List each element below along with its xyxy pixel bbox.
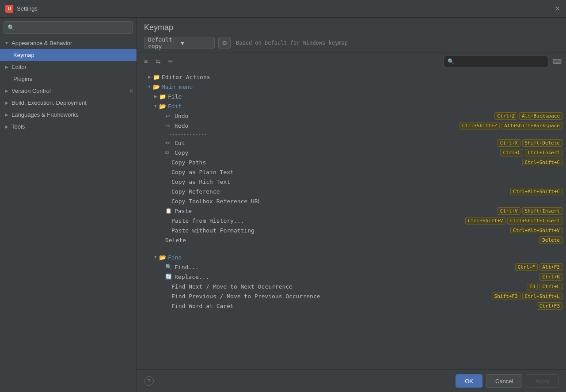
sidebar-item-version-control[interactable]: Version Control ⎘ [0, 85, 137, 97]
paste-no-format-shortcut-1: Ctrl+Alt+Shift+V [510, 227, 562, 234]
gear-button[interactable]: ⚙ [218, 37, 231, 49]
copy-label: Copy [175, 149, 500, 156]
tree-row-cut[interactable]: ✂ Cut Ctrl+X Shift+Delete [137, 138, 566, 148]
delete-label: Delete [165, 237, 539, 244]
replace-shortcut-1: Ctrl+R [539, 273, 562, 281]
tree-row-find[interactable]: 🔍 Find... Ctrl+F Alt+F3 [137, 262, 566, 272]
sidebar-item-tools-label: Tools [11, 123, 25, 130]
tools-arrow [4, 124, 10, 130]
tree-row-undo[interactable]: ↩ Undo Ctrl+Z Alt+Backspace [137, 111, 566, 121]
tree-row-paste-no-format[interactable]: Paste without Formatting Ctrl+Alt+Shift+… [137, 225, 566, 235]
tree-row-redo[interactable]: ↪ Redo Ctrl+Shift+Z Alt+Shift+Backspace [137, 121, 566, 130]
folder-icon: 📁 [153, 73, 160, 80]
tree-row-find-word[interactable]: Find Word at Caret Ctrl+F3 [137, 301, 566, 311]
find-folder-arrow [153, 255, 158, 260]
find-word-shortcut-1: Ctrl+F3 [537, 302, 562, 310]
tree-row-replace[interactable]: 🔄 Replace... Ctrl+R [137, 272, 566, 282]
paste-icon: 📋 [165, 208, 172, 214]
edit-arrow [153, 103, 158, 109]
sidebar-item-languages-label: Languages & Frameworks [11, 111, 79, 118]
close-button[interactable]: ✕ [554, 5, 561, 12]
tree-row-file[interactable]: 📁 File [137, 91, 566, 101]
paste-shortcut-2: Shift+Insert [522, 207, 562, 215]
languages-arrow [4, 112, 10, 118]
ok-button[interactable]: OK [456, 374, 482, 388]
find-word-shortcuts: Ctrl+F3 [537, 302, 562, 310]
sidebar-item-keymap[interactable]: Keymap [0, 49, 137, 61]
tree-row-copy-rich[interactable]: Copy as Rich Text [137, 177, 566, 186]
tree-row-copy-paths[interactable]: Copy Paths Ctrl+Shift+C [137, 157, 566, 167]
collapse-all-button[interactable]: ⇆ [153, 56, 163, 67]
tree-row-find-prev[interactable]: Find Previous / Move to Previous Occurre… [137, 291, 566, 301]
tree-row-delete[interactable]: Delete Delete [137, 235, 566, 245]
copy-rich-label: Copy as Rich Text [171, 179, 562, 185]
sidebar-item-build[interactable]: Build, Execution, Deployment [0, 97, 137, 109]
tree-row-find-next[interactable]: Find Next / Move to Next Occurrence F3 C… [137, 282, 566, 291]
sidebar-item-version-control-label: Version Control [11, 88, 51, 94]
cancel-button[interactable]: Cancel [486, 374, 522, 388]
build-arrow [4, 100, 10, 106]
sidebar-item-editor[interactable]: Editor [0, 61, 137, 73]
keymap-dropdown[interactable]: Default copy ▼ [144, 37, 215, 49]
find-shortcut-button[interactable]: ⌨ [552, 56, 562, 67]
copy-shortcut-1: Ctrl+C [500, 149, 523, 156]
tree-row-paste-history[interactable]: Paste from History... Ctrl+Shift+V Ctrl+… [137, 216, 566, 225]
tree-row-paste[interactable]: 📋 Paste Ctrl+V Shift+Insert [137, 206, 566, 216]
tree-row-edit[interactable]: 📂 Edit [137, 101, 566, 111]
tree-row-main-menu[interactable]: 📂 Main menu [137, 82, 566, 91]
copy-paths-shortcut-1: Ctrl+Shift+C [522, 159, 562, 166]
sidebar-item-appearance[interactable]: Appearance & Behavior [0, 37, 137, 49]
sidebar-search[interactable]: 🔍 [4, 21, 133, 34]
cut-icon: ✂ [165, 140, 172, 146]
paste-history-shortcut-1: Ctrl+Shift+V [465, 217, 505, 225]
window-title: Settings [17, 5, 554, 12]
paste-history-shortcuts: Ctrl+Shift+V Ctrl+Shift+Insert [465, 217, 562, 225]
copy-paths-shortcuts: Ctrl+Shift+C [522, 159, 562, 166]
tree-row-copy-reference[interactable]: Copy Reference Ctrl+Alt+Shift+C [137, 186, 566, 196]
copy-plain-label: Copy as Plain Text [171, 169, 562, 175]
paste-history-label: Paste from History... [171, 217, 465, 224]
tree-row-copy-plain[interactable]: Copy as Plain Text [137, 167, 566, 177]
copy-reference-shortcut-1: Ctrl+Alt+Shift+C [510, 188, 562, 195]
main-content: Keymap Default copy ▼ ⚙ Based on Default… [137, 18, 566, 392]
tree-row-copy-toolbox[interactable]: Copy Toolbox Reference URL [137, 196, 566, 206]
replace-icon: 🔄 [165, 274, 172, 280]
tree-search-input[interactable] [456, 58, 544, 65]
paste-label: Paste [175, 208, 498, 214]
redo-shortcut-2: Alt+Shift+Backspace [501, 122, 562, 129]
find-shortcut-1: Ctrl+F [515, 263, 538, 271]
apply-button[interactable]: Apply [526, 374, 559, 388]
sidebar-item-plugins[interactable]: Plugins [0, 73, 137, 85]
undo-shortcuts: Ctrl+Z Alt+Backspace [494, 112, 562, 120]
tree-row-copy[interactable]: ⧉ Copy Ctrl+C Ctrl+Insert [137, 148, 566, 157]
find-prev-shortcuts: Shift+F3 Ctrl+Shift+L [492, 293, 562, 300]
delete-shortcuts: Delete [539, 236, 562, 244]
find-label: Find... [175, 264, 515, 270]
sidebar-item-keymap-label: Keymap [13, 52, 34, 58]
copy-shortcuts: Ctrl+C Ctrl+Insert [500, 149, 562, 156]
main-menu-folder-icon: 📂 [153, 83, 160, 90]
replace-shortcuts: Ctrl+R [539, 273, 562, 281]
paste-no-format-shortcuts: Ctrl+Alt+Shift+V [510, 227, 562, 234]
replace-label: Replace... [175, 274, 539, 280]
file-label: File [168, 93, 562, 100]
sidebar-search-input[interactable] [17, 24, 129, 31]
help-button[interactable]: ? [144, 376, 154, 386]
find-next-label: Find Next / Move to Next Occurrence [171, 283, 527, 290]
edit-shortcut-button[interactable]: ✏ [165, 56, 176, 67]
title-bar: U Settings ✕ [0, 0, 566, 18]
tree-row-editor-actions[interactable]: 📁 Editor Actions [137, 72, 566, 82]
expand-all-button[interactable]: ≡ [141, 56, 151, 67]
sidebar-item-appearance-label: Appearance & Behavior [11, 40, 72, 46]
sidebar-items-list: Appearance & Behavior Keymap Editor Plug… [0, 37, 137, 392]
sidebar-item-tools[interactable]: Tools [0, 121, 137, 133]
cut-shortcut-2: Shift+Delete [522, 139, 562, 147]
keymap-info-text: Based on Default for Windows keymap [236, 40, 348, 46]
sidebar-item-languages[interactable]: Languages & Frameworks [0, 109, 137, 121]
tree-search-box[interactable]: 🔍 [444, 56, 548, 67]
paste-shortcut-1: Ctrl+V [498, 207, 520, 215]
editor-arrow [4, 64, 10, 70]
tree-row-find-folder[interactable]: 📂 Find [137, 252, 566, 262]
content-area: 🔍 Appearance & Behavior Keymap Editor [0, 18, 566, 392]
cut-label: Cut [175, 140, 498, 146]
